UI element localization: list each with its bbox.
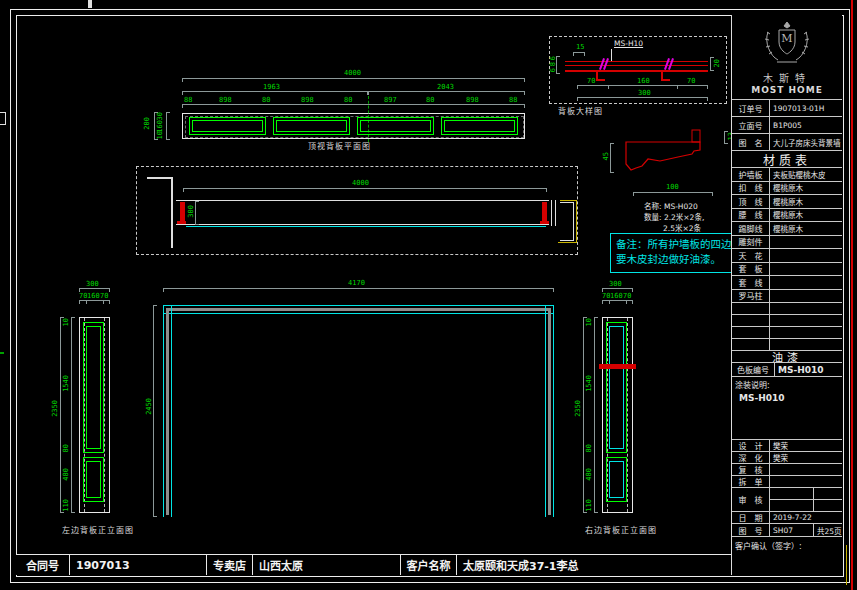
- material-row: 天 花: [732, 249, 842, 263]
- material-row: 腰 线樱桃原木: [732, 209, 842, 223]
- end-line: [555, 200, 556, 226]
- dim-label: 160: [610, 293, 623, 300]
- crown-qty: 2.5米×2条: [663, 225, 701, 233]
- splitter-row: 拆 单: [732, 476, 842, 488]
- material-label: 扣 线: [732, 182, 770, 195]
- end-line: [551, 200, 552, 226]
- designer-value: 樊荣: [770, 440, 842, 451]
- dim-line: [633, 192, 713, 196]
- dim-label: 80: [586, 444, 593, 452]
- left-edge-mark: [0, 124, 6, 125]
- material-value: 夹板贴樱桃木皮: [770, 169, 842, 180]
- dim-line: [594, 317, 598, 513]
- material-row-empty: [732, 339, 842, 351]
- crown-section-left: [180, 202, 185, 223]
- confirm-row: 客户确认（签字）:: [732, 537, 842, 574]
- board-line: [176, 200, 549, 201]
- return-profile: [558, 242, 577, 243]
- dim-line: [166, 112, 170, 140]
- coating-value: MS-H010: [735, 390, 785, 403]
- dim-label: 10: [157, 131, 164, 139]
- wall-line: [147, 177, 173, 179]
- designer-row: 设 计樊荣: [732, 440, 842, 452]
- order-label: 订单号: [732, 100, 770, 116]
- dim-label: 1963: [263, 84, 280, 91]
- dim-label: 8: [550, 62, 557, 66]
- crown-name: 名称: MS-H020: [644, 203, 698, 211]
- plan-panel-inner: [444, 120, 515, 132]
- material-value: 樱桃原木: [770, 182, 842, 193]
- material-label: 踢脚线: [732, 222, 770, 235]
- dim-line: [183, 188, 547, 192]
- dim-label: 1540: [63, 375, 70, 392]
- wall-line: [171, 177, 173, 248]
- dim-tick: [609, 300, 610, 304]
- return-profile-inner: [573, 202, 574, 240]
- frame-left-leg-core: [166, 308, 169, 515]
- dim-line: [79, 300, 110, 304]
- dim-line: [182, 78, 525, 82]
- reviewer-row: 复 核: [732, 464, 842, 476]
- drawing-name-value: 大儿子房床头背景墙: [770, 137, 842, 148]
- dim-line: [182, 91, 368, 95]
- detail-board-line: [565, 70, 708, 72]
- dim-label: 45: [603, 152, 610, 160]
- dim-label: 1540: [586, 375, 593, 392]
- dim-label: 88: [509, 97, 517, 104]
- top-edge-mark: [88, 0, 92, 8]
- dim-label: 4000: [352, 180, 369, 187]
- material-label: 套 线: [732, 276, 770, 289]
- date-value: 2019-7-22: [770, 513, 842, 522]
- material-table-header: 材质表: [732, 151, 842, 168]
- dim-label: 10: [63, 318, 70, 326]
- dim-tick: [626, 300, 627, 304]
- logo-cell: M 木斯特 MOST HOME: [732, 15, 842, 100]
- note-line: 要木皮封边做好油漆。: [616, 252, 732, 267]
- board-line: [176, 224, 549, 225]
- plan-panel-inner: [360, 120, 431, 132]
- color-board-value: MS-H010: [775, 365, 842, 375]
- dim-label: 15: [576, 44, 584, 51]
- dim-line: [368, 91, 525, 95]
- dim-label: 2043: [437, 84, 454, 91]
- material-label: 雕刻件: [732, 236, 770, 249]
- material-label: [732, 315, 770, 326]
- dim-label: 10: [586, 318, 593, 326]
- sheet-no-value: SH07: [770, 524, 814, 536]
- dim-label: 300: [86, 281, 99, 288]
- dim-label: 2450: [146, 398, 153, 415]
- dim-label: 70: [687, 78, 695, 85]
- drawing-caption: 顶视背板平面图: [308, 143, 371, 151]
- material-row: 扣 线樱桃原木: [732, 182, 842, 196]
- dim-label: 110: [586, 499, 593, 512]
- dim-line: [583, 317, 587, 513]
- left-edge-green-mark: [0, 352, 4, 354]
- edge-yellow-mark: [846, 545, 847, 585]
- dim-label: 80: [426, 97, 434, 104]
- dim-label: 2350: [575, 400, 582, 417]
- return-profile-inner: [560, 202, 573, 203]
- elevation-label: 立面号: [732, 117, 770, 133]
- crown-profile-drawing: [618, 126, 730, 190]
- dim-tick: [608, 85, 609, 89]
- store-value: 山西太原: [253, 555, 401, 575]
- order-row: 订单号 1907013-01H: [732, 100, 842, 117]
- material-value: 樱桃原木: [770, 209, 842, 220]
- dim-label: 2350: [52, 400, 59, 417]
- crown-section-right-foot: [540, 221, 549, 224]
- dim-label: 898: [301, 97, 314, 104]
- break-mark: [599, 364, 636, 369]
- customer-label: 客户名称: [401, 555, 457, 575]
- store-label: 专卖店: [207, 555, 253, 575]
- return-profile: [576, 200, 577, 243]
- dim-line: [182, 104, 525, 108]
- paint-header: 油漆: [732, 351, 842, 363]
- dim-label: 6: [550, 56, 557, 60]
- dim-label: 160: [87, 293, 100, 300]
- drawing-caption: 左边背板正立面图: [62, 527, 134, 535]
- drawing-caption: 右边背板正立面图: [585, 527, 657, 535]
- drawing-name-row: 图 名 大儿子房床头背景墙: [732, 134, 842, 151]
- detail-board-line: [565, 65, 708, 66]
- dim-line: [60, 317, 64, 513]
- material-label: 套 板: [732, 263, 770, 276]
